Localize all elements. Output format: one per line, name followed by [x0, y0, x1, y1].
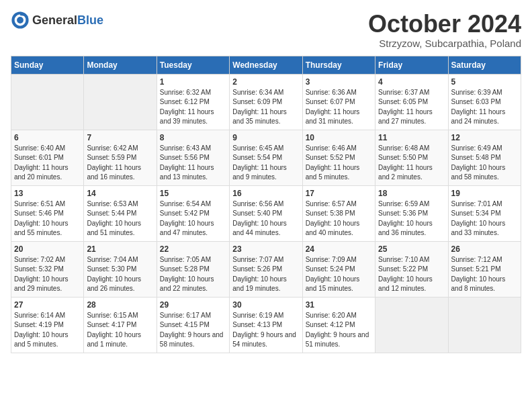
- calendar-cell: 31Sunrise: 6:20 AMSunset: 4:12 PMDayligh…: [302, 297, 375, 353]
- day-info: Sunrise: 7:05 AMSunset: 5:28 PMDaylight:…: [160, 255, 226, 294]
- day-info: Sunrise: 6:20 AMSunset: 4:12 PMDaylight:…: [306, 311, 372, 350]
- calendar-cell: 25Sunrise: 7:10 AMSunset: 5:22 PMDayligh…: [375, 241, 448, 297]
- day-info: Sunrise: 6:59 AMSunset: 5:36 PMDaylight:…: [378, 199, 445, 238]
- month-title: October 2024: [368, 11, 521, 38]
- day-info: Sunrise: 6:15 AMSunset: 4:17 PMDaylight:…: [87, 311, 153, 350]
- day-info: Sunrise: 6:49 AMSunset: 5:48 PMDaylight:…: [451, 144, 518, 183]
- day-info: Sunrise: 6:40 AMSunset: 6:01 PMDaylight:…: [14, 144, 81, 183]
- day-number: 1: [160, 77, 226, 87]
- title-block: October 2024 Strzyzow, Subcarpathia, Pol…: [368, 11, 521, 49]
- days-header-row: SundayMondayTuesdayWednesdayThursdayFrid…: [11, 56, 521, 74]
- calendar-cell: 10Sunrise: 6:46 AMSunset: 5:52 PMDayligh…: [302, 130, 375, 185]
- day-info: Sunrise: 6:46 AMSunset: 5:52 PMDaylight:…: [306, 144, 372, 183]
- day-info: Sunrise: 6:54 AMSunset: 5:42 PMDaylight:…: [160, 199, 226, 238]
- calendar-cell: 17Sunrise: 6:57 AMSunset: 5:38 PMDayligh…: [302, 185, 375, 241]
- day-number: 7: [87, 133, 153, 142]
- day-of-week-header: Tuesday: [157, 56, 229, 74]
- day-number: 26: [451, 244, 518, 254]
- day-number: 28: [87, 300, 153, 310]
- svg-point-2: [17, 17, 24, 24]
- day-info: Sunrise: 7:07 AMSunset: 5:26 PMDaylight:…: [232, 255, 299, 294]
- calendar-cell: 27Sunrise: 6:14 AMSunset: 4:19 PMDayligh…: [11, 297, 84, 353]
- calendar-week-row: 27Sunrise: 6:14 AMSunset: 4:19 PMDayligh…: [11, 297, 521, 353]
- day-info: Sunrise: 6:51 AMSunset: 5:46 PMDaylight:…: [14, 199, 81, 238]
- day-number: 22: [160, 244, 226, 254]
- day-info: Sunrise: 6:19 AMSunset: 4:13 PMDaylight:…: [232, 311, 299, 350]
- calendar-week-row: 20Sunrise: 7:02 AMSunset: 5:32 PMDayligh…: [11, 241, 521, 297]
- day-of-week-header: Friday: [375, 56, 448, 74]
- day-of-week-header: Sunday: [11, 56, 84, 74]
- calendar-cell: 1Sunrise: 6:32 AMSunset: 6:12 PMDaylight…: [157, 74, 229, 130]
- calendar-cell: 16Sunrise: 6:56 AMSunset: 5:40 PMDayligh…: [230, 185, 302, 241]
- day-info: Sunrise: 6:53 AMSunset: 5:44 PMDaylight:…: [87, 199, 153, 238]
- day-number: 2: [232, 77, 299, 87]
- calendar-table: SundayMondayTuesdayWednesdayThursdayFrid…: [11, 56, 521, 353]
- calendar-cell: 21Sunrise: 7:04 AMSunset: 5:30 PMDayligh…: [84, 241, 157, 297]
- calendar-body: 1Sunrise: 6:32 AMSunset: 6:12 PMDaylight…: [11, 74, 521, 353]
- location-subtitle: Strzyzow, Subcarpathia, Poland: [368, 38, 521, 49]
- day-number: 10: [306, 133, 372, 142]
- calendar-cell: 8Sunrise: 6:43 AMSunset: 5:56 PMDaylight…: [157, 130, 229, 185]
- day-number: 3: [306, 77, 372, 87]
- day-number: 16: [232, 189, 299, 198]
- day-info: Sunrise: 6:34 AMSunset: 6:09 PMDaylight:…: [232, 88, 299, 127]
- calendar-cell: 30Sunrise: 6:19 AMSunset: 4:13 PMDayligh…: [230, 297, 302, 353]
- day-number: 13: [14, 189, 81, 198]
- day-number: 12: [451, 133, 518, 142]
- day-number: 6: [14, 133, 81, 142]
- day-number: 11: [378, 133, 445, 142]
- day-info: Sunrise: 6:32 AMSunset: 6:12 PMDaylight:…: [160, 88, 226, 127]
- day-info: Sunrise: 7:09 AMSunset: 5:24 PMDaylight:…: [306, 255, 372, 294]
- calendar-cell: 24Sunrise: 7:09 AMSunset: 5:24 PMDayligh…: [302, 241, 375, 297]
- day-info: Sunrise: 6:37 AMSunset: 6:05 PMDaylight:…: [378, 88, 445, 127]
- calendar-week-row: 13Sunrise: 6:51 AMSunset: 5:46 PMDayligh…: [11, 185, 521, 241]
- day-number: 20: [14, 244, 81, 254]
- day-number: 24: [306, 244, 372, 254]
- logo-icon: [11, 11, 30, 30]
- day-info: Sunrise: 6:43 AMSunset: 5:56 PMDaylight:…: [160, 144, 226, 183]
- calendar-cell: 23Sunrise: 7:07 AMSunset: 5:26 PMDayligh…: [230, 241, 302, 297]
- day-number: 14: [87, 189, 153, 198]
- day-number: 5: [451, 77, 518, 87]
- day-number: 15: [160, 189, 226, 198]
- day-info: Sunrise: 6:45 AMSunset: 5:54 PMDaylight:…: [232, 144, 299, 183]
- calendar-cell: 28Sunrise: 6:15 AMSunset: 4:17 PMDayligh…: [84, 297, 157, 353]
- day-number: 30: [232, 300, 299, 310]
- day-number: 8: [160, 133, 226, 142]
- calendar-cell: 20Sunrise: 7:02 AMSunset: 5:32 PMDayligh…: [11, 241, 84, 297]
- calendar-cell: 18Sunrise: 6:59 AMSunset: 5:36 PMDayligh…: [375, 185, 448, 241]
- calendar-cell: 9Sunrise: 6:45 AMSunset: 5:54 PMDaylight…: [230, 130, 302, 185]
- day-number: 25: [378, 244, 445, 254]
- calendar-cell: 2Sunrise: 6:34 AMSunset: 6:09 PMDaylight…: [230, 74, 302, 130]
- calendar-cell: 19Sunrise: 7:01 AMSunset: 5:34 PMDayligh…: [448, 185, 521, 241]
- day-info: Sunrise: 7:01 AMSunset: 5:34 PMDaylight:…: [451, 199, 518, 238]
- calendar-cell: 5Sunrise: 6:39 AMSunset: 6:03 PMDaylight…: [448, 74, 521, 130]
- page-header: GeneralBlue October 2024 Strzyzow, Subca…: [11, 11, 521, 49]
- calendar-cell: [375, 297, 448, 353]
- calendar-cell: [84, 74, 157, 130]
- calendar-header: SundayMondayTuesdayWednesdayThursdayFrid…: [11, 56, 521, 74]
- calendar-cell: 12Sunrise: 6:49 AMSunset: 5:48 PMDayligh…: [448, 130, 521, 185]
- calendar-cell: 29Sunrise: 6:17 AMSunset: 4:15 PMDayligh…: [157, 297, 229, 353]
- day-of-week-header: Monday: [84, 56, 157, 74]
- calendar-cell: 11Sunrise: 6:48 AMSunset: 5:50 PMDayligh…: [375, 130, 448, 185]
- day-info: Sunrise: 6:36 AMSunset: 6:07 PMDaylight:…: [306, 88, 372, 127]
- day-info: Sunrise: 7:12 AMSunset: 5:21 PMDaylight:…: [451, 255, 518, 294]
- day-number: 18: [378, 189, 445, 198]
- day-info: Sunrise: 6:57 AMSunset: 5:38 PMDaylight:…: [306, 199, 372, 238]
- day-number: 19: [451, 189, 518, 198]
- calendar-cell: 4Sunrise: 6:37 AMSunset: 6:05 PMDaylight…: [375, 74, 448, 130]
- day-info: Sunrise: 6:56 AMSunset: 5:40 PMDaylight:…: [232, 199, 299, 238]
- day-info: Sunrise: 6:17 AMSunset: 4:15 PMDaylight:…: [160, 311, 226, 350]
- day-number: 4: [378, 77, 445, 87]
- day-of-week-header: Wednesday: [230, 56, 302, 74]
- day-number: 17: [306, 189, 372, 198]
- calendar-cell: 22Sunrise: 7:05 AMSunset: 5:28 PMDayligh…: [157, 241, 229, 297]
- day-number: 27: [14, 300, 81, 310]
- day-number: 9: [232, 133, 299, 142]
- calendar-cell: [448, 297, 521, 353]
- day-info: Sunrise: 7:10 AMSunset: 5:22 PMDaylight:…: [378, 255, 445, 294]
- day-number: 23: [232, 244, 299, 254]
- calendar-cell: 6Sunrise: 6:40 AMSunset: 6:01 PMDaylight…: [11, 130, 84, 185]
- calendar-week-row: 1Sunrise: 6:32 AMSunset: 6:12 PMDaylight…: [11, 74, 521, 130]
